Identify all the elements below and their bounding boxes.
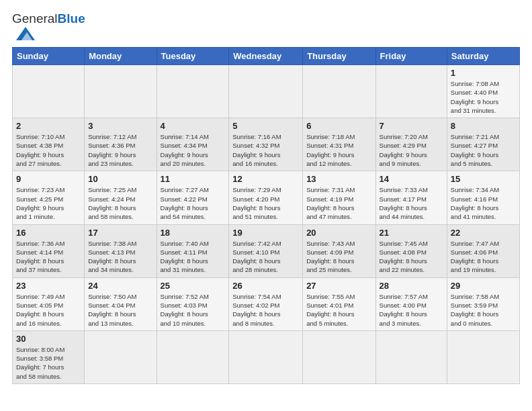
- day-number: 17: [88, 228, 152, 238]
- day-info: Sunrise: 7:29 AM Sunset: 4:20 PM Dayligh…: [232, 185, 299, 221]
- day-number: 19: [232, 228, 299, 238]
- day-number: 13: [306, 174, 371, 184]
- day-info: Sunrise: 7:45 AM Sunset: 4:08 PM Dayligh…: [380, 239, 443, 275]
- calendar-cell: 14Sunrise: 7:33 AM Sunset: 4:17 PM Dayli…: [375, 171, 447, 224]
- day-info: Sunrise: 7:49 AM Sunset: 4:05 PM Dayligh…: [16, 292, 81, 328]
- day-info: Sunrise: 7:57 AM Sunset: 4:00 PM Dayligh…: [380, 292, 443, 328]
- calendar-cell: 22Sunrise: 7:47 AM Sunset: 4:06 PM Dayli…: [447, 224, 519, 277]
- calendar-week: 23Sunrise: 7:49 AM Sunset: 4:05 PM Dayli…: [13, 277, 520, 330]
- day-info: Sunrise: 7:21 AM Sunset: 4:27 PM Dayligh…: [451, 132, 516, 168]
- calendar-week: 1Sunrise: 7:08 AM Sunset: 4:40 PM Daylig…: [13, 64, 520, 118]
- calendar-cell: 25Sunrise: 7:52 AM Sunset: 4:03 PM Dayli…: [157, 277, 229, 330]
- day-number: 21: [380, 228, 443, 238]
- day-info: Sunrise: 7:47 AM Sunset: 4:06 PM Dayligh…: [451, 239, 516, 275]
- day-number: 25: [161, 281, 226, 291]
- calendar-cell: 8Sunrise: 7:21 AM Sunset: 4:27 PM Daylig…: [447, 118, 519, 171]
- day-info: Sunrise: 7:40 AM Sunset: 4:11 PM Dayligh…: [161, 239, 226, 275]
- day-info: Sunrise: 7:23 AM Sunset: 4:25 PM Dayligh…: [16, 185, 81, 221]
- day-info: Sunrise: 7:42 AM Sunset: 4:10 PM Dayligh…: [232, 239, 299, 275]
- day-info: Sunrise: 7:36 AM Sunset: 4:14 PM Dayligh…: [16, 239, 81, 275]
- day-number: 12: [232, 174, 299, 184]
- calendar-cell: [157, 330, 229, 383]
- calendar-cell: 17Sunrise: 7:38 AM Sunset: 4:13 PM Dayli…: [85, 224, 157, 277]
- day-info: Sunrise: 7:14 AM Sunset: 4:34 PM Dayligh…: [161, 132, 226, 168]
- calendar-cell: 15Sunrise: 7:34 AM Sunset: 4:16 PM Dayli…: [447, 171, 519, 224]
- calendar-cell: 29Sunrise: 7:58 AM Sunset: 3:59 PM Dayli…: [447, 277, 519, 330]
- page: GeneralBlue SundayMondayTuesdayWednesday…: [0, 0, 532, 411]
- calendar-cell: [13, 64, 85, 118]
- calendar-cell: 4Sunrise: 7:14 AM Sunset: 4:34 PM Daylig…: [157, 118, 229, 171]
- day-info: Sunrise: 7:54 AM Sunset: 4:02 PM Dayligh…: [232, 292, 299, 328]
- calendar-cell: [85, 64, 157, 118]
- calendar-cell: [375, 64, 447, 118]
- calendar-cell: [85, 330, 157, 383]
- day-number: 16: [16, 228, 81, 238]
- day-number: 8: [451, 121, 516, 131]
- calendar-cell: [229, 330, 303, 383]
- day-number: 22: [451, 228, 516, 238]
- calendar-week: 30Sunrise: 8:00 AM Sunset: 3:58 PM Dayli…: [13, 330, 520, 383]
- day-info: Sunrise: 7:10 AM Sunset: 4:38 PM Dayligh…: [16, 132, 81, 168]
- day-number: 23: [16, 281, 81, 291]
- day-number: 29: [451, 281, 516, 291]
- calendar-cell: 9Sunrise: 7:23 AM Sunset: 4:25 PM Daylig…: [13, 171, 85, 224]
- weekday-header: Wednesday: [229, 47, 303, 64]
- logo-icon: [12, 26, 39, 40]
- day-info: Sunrise: 7:34 AM Sunset: 4:16 PM Dayligh…: [451, 185, 516, 221]
- calendar-cell: 7Sunrise: 7:20 AM Sunset: 4:29 PM Daylig…: [375, 118, 447, 171]
- day-info: Sunrise: 7:50 AM Sunset: 4:04 PM Dayligh…: [88, 292, 152, 328]
- calendar-cell: 6Sunrise: 7:18 AM Sunset: 4:31 PM Daylig…: [303, 118, 375, 171]
- day-info: Sunrise: 7:52 AM Sunset: 4:03 PM Dayligh…: [161, 292, 226, 328]
- day-number: 3: [88, 121, 152, 131]
- weekday-header: Saturday: [447, 47, 519, 64]
- calendar-cell: 21Sunrise: 7:45 AM Sunset: 4:08 PM Dayli…: [375, 224, 447, 277]
- calendar-cell: 5Sunrise: 7:16 AM Sunset: 4:32 PM Daylig…: [229, 118, 303, 171]
- day-info: Sunrise: 7:58 AM Sunset: 3:59 PM Dayligh…: [451, 292, 516, 328]
- weekday-header: Thursday: [303, 47, 375, 64]
- calendar-cell: [157, 64, 229, 118]
- calendar-cell: 1Sunrise: 7:08 AM Sunset: 4:40 PM Daylig…: [447, 64, 519, 118]
- calendar-cell: 2Sunrise: 7:10 AM Sunset: 4:38 PM Daylig…: [13, 118, 85, 171]
- calendar-body: 1Sunrise: 7:08 AM Sunset: 4:40 PM Daylig…: [13, 64, 520, 383]
- calendar-cell: 26Sunrise: 7:54 AM Sunset: 4:02 PM Dayli…: [229, 277, 303, 330]
- calendar-cell: 27Sunrise: 7:55 AM Sunset: 4:01 PM Dayli…: [303, 277, 375, 330]
- day-number: 10: [88, 174, 152, 184]
- weekday-header: Tuesday: [157, 47, 229, 64]
- day-number: 26: [232, 281, 299, 291]
- day-number: 6: [306, 121, 371, 131]
- calendar-cell: [229, 64, 303, 118]
- calendar-week: 9Sunrise: 7:23 AM Sunset: 4:25 PM Daylig…: [13, 171, 520, 224]
- day-info: Sunrise: 8:00 AM Sunset: 3:58 PM Dayligh…: [16, 345, 81, 381]
- day-number: 24: [88, 281, 152, 291]
- calendar-cell: 23Sunrise: 7:49 AM Sunset: 4:05 PM Dayli…: [13, 277, 85, 330]
- day-number: 30: [16, 334, 81, 344]
- day-info: Sunrise: 7:08 AM Sunset: 4:40 PM Dayligh…: [451, 79, 516, 115]
- day-number: 4: [161, 121, 226, 131]
- day-info: Sunrise: 7:18 AM Sunset: 4:31 PM Dayligh…: [306, 132, 371, 168]
- day-number: 1: [451, 68, 516, 78]
- day-number: 7: [380, 121, 443, 131]
- logo-text: GeneralBlue: [12, 12, 85, 26]
- calendar-cell: 16Sunrise: 7:36 AM Sunset: 4:14 PM Dayli…: [13, 224, 85, 277]
- calendar-cell: 11Sunrise: 7:27 AM Sunset: 4:22 PM Dayli…: [157, 171, 229, 224]
- calendar-cell: 10Sunrise: 7:25 AM Sunset: 4:24 PM Dayli…: [85, 171, 157, 224]
- day-number: 5: [232, 121, 299, 131]
- weekday-header: Monday: [85, 47, 157, 64]
- calendar-header: SundayMondayTuesdayWednesdayThursdayFrid…: [13, 47, 520, 64]
- day-info: Sunrise: 7:20 AM Sunset: 4:29 PM Dayligh…: [380, 132, 443, 168]
- calendar-week: 2Sunrise: 7:10 AM Sunset: 4:38 PM Daylig…: [13, 118, 520, 171]
- calendar-cell: 18Sunrise: 7:40 AM Sunset: 4:11 PM Dayli…: [157, 224, 229, 277]
- day-number: 9: [16, 174, 81, 184]
- day-number: 28: [380, 281, 443, 291]
- weekday-row: SundayMondayTuesdayWednesdayThursdayFrid…: [13, 47, 520, 64]
- calendar-cell: [447, 330, 519, 383]
- calendar-cell: 24Sunrise: 7:50 AM Sunset: 4:04 PM Dayli…: [85, 277, 157, 330]
- day-info: Sunrise: 7:12 AM Sunset: 4:36 PM Dayligh…: [88, 132, 152, 168]
- calendar-cell: 20Sunrise: 7:43 AM Sunset: 4:09 PM Dayli…: [303, 224, 375, 277]
- day-number: 20: [306, 228, 371, 238]
- day-info: Sunrise: 7:27 AM Sunset: 4:22 PM Dayligh…: [161, 185, 226, 221]
- day-info: Sunrise: 7:25 AM Sunset: 4:24 PM Dayligh…: [88, 185, 152, 221]
- day-number: 2: [16, 121, 81, 131]
- calendar-table: SundayMondayTuesdayWednesdayThursdayFrid…: [12, 47, 520, 384]
- calendar-week: 16Sunrise: 7:36 AM Sunset: 4:14 PM Dayli…: [13, 224, 520, 277]
